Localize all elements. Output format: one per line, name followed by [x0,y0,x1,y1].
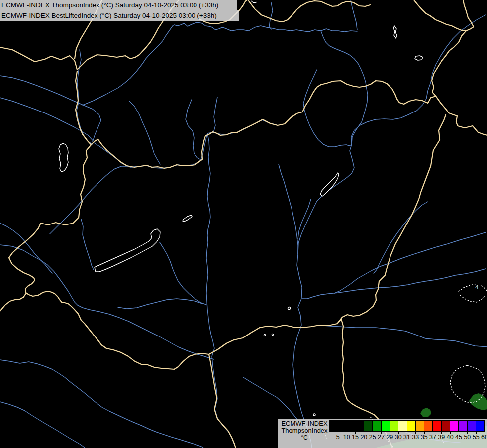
lake-small [251,1,257,3]
border-sk-ua [432,31,466,96]
title-bar-best-lifted-index: ECMWF-INDEX BestLiftedIndex (°C) Saturda… [0,10,239,21]
title-bar-thompson-index: ECMWF-INDEX ThompsonIndex (°C) Saturday … [0,0,237,10]
border-hu-ro [337,115,446,324]
lake-balaton [95,229,160,272]
green-area [469,393,487,410]
lake-small [264,334,265,336]
lake-small [393,26,397,38]
river-sajo [303,70,352,147]
lake-small [288,307,291,310]
legend-swatch [433,420,441,432]
lake-small [313,414,315,416]
legend-tick-label: 29 [386,434,393,441]
river-kapos [118,299,202,309]
river-zala [81,219,94,270]
legend-tick-label: 33 [412,434,419,441]
river-koros-1 [302,269,486,299]
border-si-w [0,294,26,311]
legend-swatch [476,420,485,432]
legend-tick-label: 10 [343,434,350,441]
legend-swatch [390,420,398,432]
legend-swatch [416,420,424,432]
legend-swatch [442,420,450,432]
border-at-hu [9,145,91,286]
lake-tisza [320,173,339,196]
legend-swatch [450,420,459,432]
border-si-hr [25,286,81,320]
legend-swatch [356,420,364,432]
border-ua-ro [436,96,487,135]
river-koros-3 [374,202,428,273]
legend-tick-label: 5 [336,434,340,441]
river-slovak-long [83,22,357,105]
lake-small [272,334,273,335]
legend-tick-label: 60 [481,434,487,441]
legend-tick-label: 15 [352,434,359,441]
legend-tick-label: 25 [369,434,376,441]
legend-panel: ECMWF-INDEX ThompsonIndex °C 51015202527… [278,419,487,448]
contour-4-upper [459,284,487,291]
legend-tick-label: 27 [378,434,385,441]
border-hu-sk [91,81,436,168]
legend-swatch [347,420,356,432]
weather-map [0,0,487,448]
river-upper-tisza [351,15,486,144]
legend-tick-label: 37 [429,434,436,441]
border-hu-hr [81,320,209,369]
border-cz-at [0,47,77,70]
river-hron [213,97,217,132]
river-leitha [0,98,93,140]
green-area [420,408,431,417]
legend-tick-label: 30 [395,434,402,441]
legend-tick-row: 51015202527293031333537394045505560 [329,432,485,447]
river-sio [160,242,206,305]
legend-colorbar [329,420,485,432]
legend-tick-label: 50 [464,434,471,441]
lakes [59,1,423,416]
river-zagyva [279,164,298,254]
river-vah [186,100,201,160]
contour-4-lower [460,295,485,302]
border-hu-rs [209,324,337,354]
river-una [0,402,85,448]
river-nitra [129,101,160,164]
legend-tick-label: 55 [473,434,480,441]
legend-swatch [459,420,467,432]
legend-swatch [364,420,373,432]
river-maros [319,325,487,347]
legend-tick-label: 40 [447,434,454,441]
legend-tick-label: 39 [438,434,445,441]
lake-velence [183,215,192,222]
river-tarna [298,199,311,239]
river-mura [0,223,52,273]
lake-small [415,56,423,60]
legend-swatch [329,420,338,432]
legend-swatch [407,420,416,432]
legend-swatch [382,420,390,432]
river-ipoly [207,120,277,135]
legend-tick-label: 31 [403,434,410,441]
legend-label: ECMWF-INDEX ThompsonIndex °C [280,420,329,441]
river-sava [0,360,204,448]
lake-neusiedl [59,143,68,172]
legend-swatch [373,420,381,432]
river-trib [269,2,273,29]
legend-tick-label: 45 [455,434,462,441]
river-se [243,377,297,420]
rivers [0,0,487,448]
legend-swatch [338,420,347,432]
legend-subtitle: ThompsonIndex [280,427,329,434]
legend-swatch [468,420,476,432]
legend-tick-label: 20 [360,434,367,441]
weather-map-screen: 4 ECMWF-INDEX ThompsonIndex (°C) Saturda… [0,0,487,448]
legend-tick-label: 35 [421,434,428,441]
legend-swatch [398,420,407,432]
river-bodrog [321,31,368,144]
country-borders [0,0,487,448]
legend-title: ECMWF-INDEX [280,420,329,427]
border-ua-pl [414,0,474,31]
legend-unit: °C [280,434,329,441]
contour-value-label: 4 [475,284,479,291]
border-at-sk [76,71,91,145]
legend-swatch [424,420,433,432]
